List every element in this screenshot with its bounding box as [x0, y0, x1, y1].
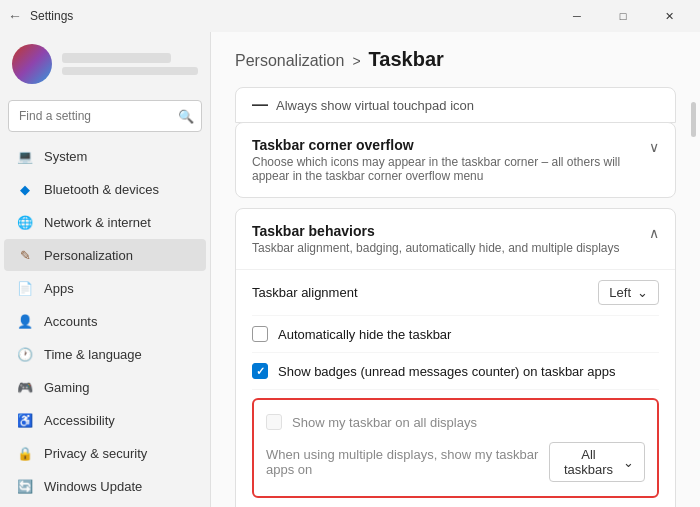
overflow-chevron-icon: ∨ — [649, 139, 659, 155]
top-strip-text: Always show virtual touchpad icon — [276, 98, 474, 113]
nav-label-accounts: Accounts — [44, 314, 97, 329]
personalization-icon: ✎ — [16, 246, 34, 264]
breadcrumb[interactable]: Personalization — [235, 52, 344, 70]
section-overflow-header[interactable]: Taskbar corner overflow Choose which ico… — [236, 123, 675, 197]
page-title: Taskbar — [369, 48, 444, 71]
setting-row-alignment: Taskbar alignment Left ⌄ — [252, 270, 659, 316]
multidisplay-chevron-icon: ⌄ — [623, 455, 634, 470]
network-icon: 🌐 — [16, 213, 34, 231]
multidisplay-value: All taskbars — [560, 447, 617, 477]
nav-label-personalization: Personalization — [44, 248, 133, 263]
back-icon[interactable]: ← — [8, 8, 22, 24]
highlight-row-multi: When using multiple displays, show my ta… — [266, 434, 645, 486]
search-box: 🔍 — [8, 100, 202, 132]
maximize-button[interactable]: □ — [600, 0, 646, 32]
nav-item-system[interactable]: 💻 System — [4, 140, 206, 172]
search-input[interactable] — [8, 100, 202, 132]
update-icon: 🔄 — [16, 477, 34, 495]
page-header: Personalization > Taskbar — [235, 48, 676, 71]
accessibility-icon: ♿ — [16, 411, 34, 429]
nav-label-network: Network & internet — [44, 215, 151, 230]
sidebar: 🔍 💻 System ◆ Bluetooth & devices 🌐 Netwo… — [0, 32, 210, 507]
profile-email — [62, 67, 198, 75]
section-behaviors-title: Taskbar behaviors — [252, 223, 620, 239]
nav-item-accessibility[interactable]: ♿ Accessibility — [4, 404, 206, 436]
badges-checkbox[interactable] — [252, 363, 268, 379]
multidisplay-label: When using multiple displays, show my ta… — [266, 447, 549, 477]
minimize-button[interactable]: ─ — [554, 0, 600, 32]
nav-label-time: Time & language — [44, 347, 142, 362]
close-button[interactable]: ✕ — [646, 0, 692, 32]
settings-window: ← Settings ─ □ ✕ 🔍 — [0, 0, 700, 507]
nav-label-apps: Apps — [44, 281, 74, 296]
nav-label-gaming: Gaming — [44, 380, 90, 395]
autohide-label: Automatically hide the taskbar — [278, 327, 451, 342]
alignment-dropdown[interactable]: Left ⌄ — [598, 280, 659, 305]
nav-label-update: Windows Update — [44, 479, 142, 494]
gaming-icon: 🎮 — [16, 378, 34, 396]
avatar — [12, 44, 52, 84]
alignment-label: Taskbar alignment — [252, 285, 358, 300]
sidebar-profile — [0, 36, 210, 96]
highlight-box: Show my taskbar on all displays When usi… — [252, 398, 659, 498]
nav-item-network[interactable]: 🌐 Network & internet — [4, 206, 206, 238]
section-overflow-title: Taskbar corner overflow — [252, 137, 649, 153]
apps-icon: 📄 — [16, 279, 34, 297]
nav-item-privacy[interactable]: 🔒 Privacy & security — [4, 437, 206, 469]
nav-item-update[interactable]: 🔄 Windows Update — [4, 470, 206, 502]
breadcrumb-arrow: > — [352, 53, 360, 69]
main-content: Personalization > Taskbar — Always show … — [210, 32, 700, 507]
nav-item-gaming[interactable]: 🎮 Gaming — [4, 371, 206, 403]
nav-item-personalization[interactable]: ✎ Personalization — [4, 239, 206, 271]
nav-item-apps[interactable]: 📄 Apps — [4, 272, 206, 304]
section-behaviors: Taskbar behaviors Taskbar alignment, bad… — [235, 208, 676, 507]
alldisplays-label: Show my taskbar on all displays — [292, 415, 477, 430]
time-icon: 🕐 — [16, 345, 34, 363]
title-bar-controls: ─ □ ✕ — [554, 0, 692, 32]
accounts-icon: 👤 — [16, 312, 34, 330]
section-behaviors-subtitle: Taskbar alignment, badging, automaticall… — [252, 241, 620, 255]
section-behaviors-body: Taskbar alignment Left ⌄ Automatically h… — [236, 269, 675, 507]
setting-row-badges: Show badges (unread messages counter) on… — [252, 353, 659, 390]
title-bar: ← Settings ─ □ ✕ — [0, 0, 700, 32]
top-strip-dash: — — [252, 96, 268, 114]
scrollbar[interactable] — [691, 102, 696, 137]
multidisplay-dropdown[interactable]: All taskbars ⌄ — [549, 442, 645, 482]
alignment-value: Left — [609, 285, 631, 300]
section-behaviors-header[interactable]: Taskbar behaviors Taskbar alignment, bad… — [236, 209, 675, 269]
alignment-chevron-icon: ⌄ — [637, 285, 648, 300]
behaviors-chevron-icon: ∧ — [649, 225, 659, 241]
profile-name — [62, 53, 171, 63]
privacy-icon: 🔒 — [16, 444, 34, 462]
nav-item-time[interactable]: 🕐 Time & language — [4, 338, 206, 370]
nav-label-bluetooth: Bluetooth & devices — [44, 182, 159, 197]
nav-item-accounts[interactable]: 👤 Accounts — [4, 305, 206, 337]
system-icon: 💻 — [16, 147, 34, 165]
bluetooth-icon: ◆ — [16, 180, 34, 198]
autohide-checkbox[interactable] — [252, 326, 268, 342]
title-bar-title: Settings — [30, 9, 73, 23]
setting-row-autohide: Automatically hide the taskbar — [252, 316, 659, 353]
badges-label: Show badges (unread messages counter) on… — [278, 364, 615, 379]
nav-label-privacy: Privacy & security — [44, 446, 147, 461]
nav-label-accessibility: Accessibility — [44, 413, 115, 428]
nav-label-system: System — [44, 149, 87, 164]
top-strip: — Always show virtual touchpad icon — [235, 87, 676, 123]
search-icon: 🔍 — [178, 109, 194, 124]
content-area: 🔍 💻 System ◆ Bluetooth & devices 🌐 Netwo… — [0, 32, 700, 507]
nav-item-bluetooth[interactable]: ◆ Bluetooth & devices — [4, 173, 206, 205]
profile-info — [62, 53, 198, 75]
highlight-row-alldisplays: Show my taskbar on all displays — [266, 410, 645, 434]
alldisplays-checkbox[interactable] — [266, 414, 282, 430]
title-bar-left: ← Settings — [8, 8, 73, 24]
section-overflow: Taskbar corner overflow Choose which ico… — [235, 122, 676, 198]
section-overflow-subtitle: Choose which icons may appear in the tas… — [252, 155, 649, 183]
